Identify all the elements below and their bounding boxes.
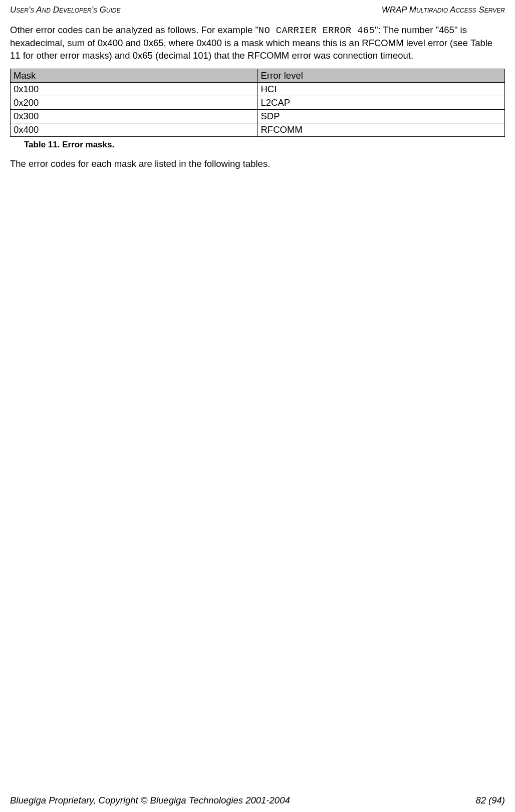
table-cell: RFCOMM <box>258 123 505 137</box>
header-right: WRAP Multiradio Access Server <box>382 5 505 15</box>
page-header: User's And Developer's Guide WRAP Multir… <box>10 5 505 15</box>
table-row: 0x300 SDP <box>11 110 505 123</box>
para1-code: NO CARRIER ERROR 465 <box>259 26 375 36</box>
table-cell: 0x100 <box>11 83 258 96</box>
table-cell: HCI <box>258 83 505 96</box>
error-masks-table: Mask Error level 0x100 HCI 0x200 L2CAP 0… <box>10 69 505 137</box>
page-footer: Bluegiga Proprietary, Copyright © Bluegi… <box>10 795 505 806</box>
table-header-errorlevel: Error level <box>258 69 505 83</box>
table-cell: 0x300 <box>11 110 258 123</box>
table-row: 0x400 RFCOMM <box>11 123 505 137</box>
footer-right: 82 (94) <box>475 795 505 806</box>
table-caption: Table 11. Error masks. <box>24 140 505 150</box>
para1-before: Other error codes can be analyzed as fol… <box>10 25 259 35</box>
table-row: 0x200 L2CAP <box>11 96 505 110</box>
footer-left: Bluegiga Proprietary, Copyright © Bluegi… <box>10 795 290 806</box>
table-cell: 0x200 <box>11 96 258 110</box>
table-cell: L2CAP <box>258 96 505 110</box>
intro-paragraph: Other error codes can be analyzed as fol… <box>10 24 505 62</box>
table-cell: 0x400 <box>11 123 258 137</box>
header-left: User's And Developer's Guide <box>10 5 121 15</box>
table-header-mask: Mask <box>11 69 258 83</box>
table-cell: SDP <box>258 110 505 123</box>
followup-paragraph: The error codes for each mask are listed… <box>10 158 505 170</box>
table-row: 0x100 HCI <box>11 83 505 96</box>
table-header-row: Mask Error level <box>11 69 505 83</box>
